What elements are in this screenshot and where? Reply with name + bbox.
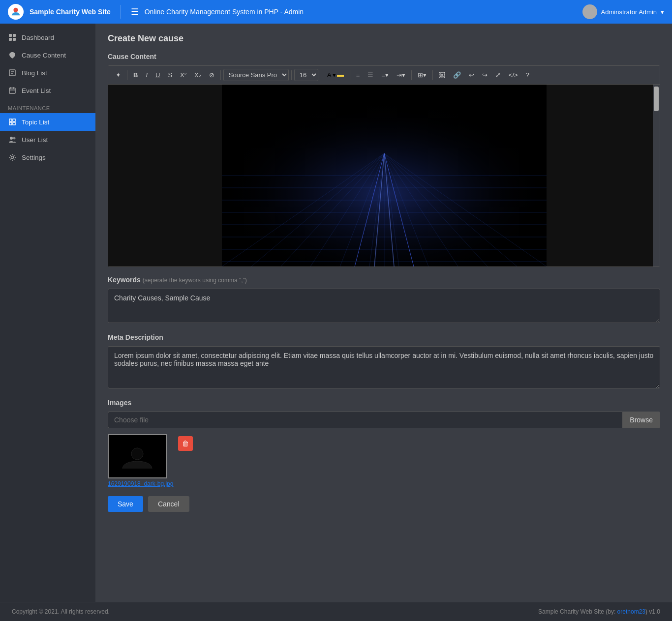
keywords-label: Keywords (seperate the keywors using com…: [108, 276, 660, 284]
toolbar-sep-5: [350, 70, 350, 80]
toolbar-fullscreen-btn[interactable]: ⤢: [492, 69, 504, 81]
topbar: Sample Charity Web Site ☰ Online Charity…: [0, 0, 672, 24]
toolbar-strike-btn[interactable]: S: [164, 69, 176, 81]
meta-input[interactable]: [108, 346, 660, 388]
svg-rect-5: [13, 38, 16, 41]
site-logo: [8, 4, 24, 20]
footer-copyright: Copyright © 2021. All rights reserved.: [12, 608, 110, 615]
toolbar-link-btn[interactable]: 🔗: [450, 69, 464, 81]
sidebar-item-settings[interactable]: Settings: [0, 148, 95, 166]
sidebar-item-label: Cause Content: [22, 52, 66, 59]
editor-wrapper: [108, 85, 660, 266]
image-thumb: [108, 434, 167, 478]
toolbar-italic-btn[interactable]: I: [142, 69, 151, 81]
svg-point-19: [11, 156, 14, 159]
browse-button[interactable]: Browse: [622, 412, 660, 428]
footer-credit: Sample Charity Web Site (by: oretnom23) …: [538, 608, 660, 615]
settings-icon: [8, 153, 17, 162]
toolbar-sep-6: [411, 70, 412, 80]
action-row: Save Cancel: [108, 496, 660, 512]
file-input-row: Browse: [108, 412, 660, 428]
sidebar-item-dashboard[interactable]: Dashboard: [0, 29, 95, 46]
font-family-select[interactable]: Source Sans Pro: [223, 69, 289, 81]
delete-image-button[interactable]: 🗑: [178, 436, 193, 451]
user-list-icon: [8, 135, 17, 144]
toolbar-underline-btn[interactable]: U: [152, 69, 163, 81]
editor-toolbar: ✦ B I U S X² X₂ ⊘ Source Sans Pro 16: [108, 66, 660, 85]
sidebar-item-label: Event List: [22, 87, 51, 94]
page-title: Create New cause: [108, 33, 660, 44]
toolbar-bold-btn[interactable]: B: [130, 69, 141, 81]
sidebar-item-label: User List: [22, 136, 48, 144]
editor-container: ✦ B I U S X² X₂ ⊘ Source Sans Pro 16: [108, 65, 660, 267]
editor-scrollbar[interactable]: [653, 85, 660, 266]
image-filename[interactable]: 1629190918_dark-bg.jpg: [108, 480, 173, 487]
toolbar-sep-1: [127, 70, 127, 80]
file-input[interactable]: [108, 412, 622, 428]
toolbar-image-btn[interactable]: 🖼: [435, 69, 449, 81]
topbar-divider: [121, 5, 121, 19]
toolbar-table-btn[interactable]: ⊞▾: [414, 69, 430, 81]
svg-rect-4: [9, 38, 12, 41]
sidebar-item-label: Blog List: [22, 69, 47, 77]
sidebar-item-cause-content[interactable]: Cause Content: [0, 46, 95, 64]
toolbar-clear-btn[interactable]: ⊘: [206, 69, 218, 81]
toolbar-color-btn[interactable]: A ▾: [324, 69, 347, 81]
sidebar-item-label: Dashboard: [22, 34, 54, 41]
save-button[interactable]: Save: [108, 496, 143, 512]
toolbar-help-btn[interactable]: ?: [522, 69, 533, 81]
toolbar-undo-btn[interactable]: ↩: [465, 69, 478, 81]
hamburger-icon[interactable]: ☰: [131, 6, 139, 17]
user-label: Adminstrator Admin: [601, 8, 657, 16]
svg-rect-15: [9, 122, 12, 125]
editor-scroll-thumb: [654, 87, 659, 111]
toolbar-sup-btn[interactable]: X²: [177, 69, 190, 81]
svg-rect-14: [13, 119, 15, 121]
svg-rect-16: [13, 122, 15, 125]
cancel-button[interactable]: Cancel: [148, 496, 189, 512]
cause-content-label: Cause Content: [108, 53, 660, 60]
user-dropdown-icon[interactable]: ▾: [661, 8, 664, 16]
dashboard-icon: [8, 33, 17, 42]
svg-point-0: [13, 8, 18, 12]
sidebar-item-blog-list[interactable]: Blog List: [0, 64, 95, 82]
toolbar-indent-btn[interactable]: ⇥▾: [393, 69, 409, 81]
svg-rect-9: [9, 88, 15, 93]
color-dropdown-icon: ▾: [333, 71, 336, 79]
svg-rect-13: [9, 119, 12, 121]
toolbar-sep-2: [220, 70, 221, 80]
sidebar-item-user-list[interactable]: User List: [0, 131, 95, 148]
image-preview-area: 1629190918_dark-bg.jpg 🗑: [108, 434, 660, 487]
avatar: [582, 4, 597, 19]
sidebar-item-event-list[interactable]: Event List: [0, 82, 95, 99]
toolbar-magic-btn[interactable]: ✦: [112, 69, 124, 81]
svg-point-48: [131, 448, 143, 460]
editor-body[interactable]: [108, 85, 660, 266]
images-label: Images: [108, 399, 660, 407]
toolbar-align-btn[interactable]: ≡▾: [378, 69, 392, 81]
user-menu[interactable]: Adminstrator Admin ▾: [582, 4, 664, 19]
toolbar-redo-btn[interactable]: ↪: [479, 69, 491, 81]
maintenance-section-label: Maintenance: [0, 99, 95, 113]
toolbar-ul-btn[interactable]: ☰: [364, 69, 377, 81]
sidebar-item-label: Settings: [22, 154, 46, 161]
sidebar-item-label: Topic List: [22, 118, 49, 126]
meta-section: Meta Description: [108, 333, 660, 390]
toolbar-sub-btn[interactable]: X₂: [191, 69, 205, 81]
svg-rect-6: [9, 70, 15, 76]
sidebar-item-topic-list[interactable]: Topic List: [0, 113, 95, 131]
meta-label: Meta Description: [108, 333, 660, 341]
topic-icon: [8, 118, 17, 126]
toolbar-sep-7: [432, 70, 433, 80]
footer-author-link[interactable]: oretnom23: [617, 608, 645, 615]
svg-rect-3: [13, 34, 16, 37]
toolbar-source-btn[interactable]: </>: [505, 69, 521, 81]
keywords-input[interactable]: [108, 289, 660, 323]
svg-point-18: [13, 137, 16, 140]
color-indicator: [337, 75, 344, 77]
toolbar-ol-btn[interactable]: ≡: [353, 69, 364, 81]
font-size-select[interactable]: 16: [294, 69, 318, 81]
images-section: Images Browse 1629190918_dark-bg.jpg: [108, 399, 660, 487]
topbar-title: Online Charity Management System in PHP …: [145, 8, 577, 16]
trash-icon: 🗑: [182, 440, 189, 447]
